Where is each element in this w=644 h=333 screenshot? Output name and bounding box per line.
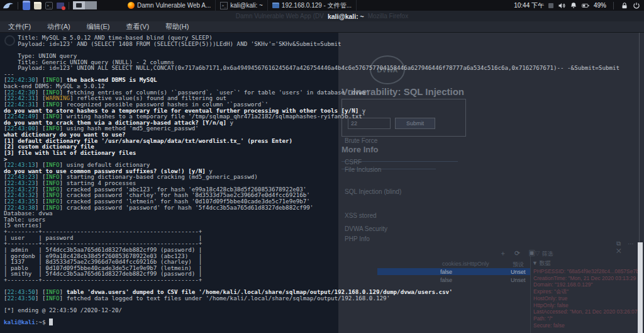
terminal-icon: >_ [220, 2, 228, 9]
volume-icon[interactable] [558, 2, 565, 9]
terminal-line [4, 313, 619, 320]
display-icon[interactable] [57, 3, 64, 9]
terminal-line [4, 47, 619, 53]
lock-icon[interactable] [621, 2, 628, 9]
terminal-icon[interactable]: >_ [45, 2, 53, 9]
workspace-pager [73, 1, 97, 9]
window-button-label: Damn Vulnerable Web A... [137, 2, 211, 9]
divider [613, 2, 614, 9]
folder-icon [272, 3, 279, 8]
terminal-titlebar[interactable]: Damn Vulnerable Web App (DV kali@kali: ~… [0, 11, 644, 21]
terminal-line: [1] default dictionary file '/usr/share/… [4, 138, 619, 144]
terminal-line: [*] ending @ 22:43:50 /2020-12-20/ [4, 307, 619, 313]
menu-item[interactable]: 查看(V) [118, 21, 157, 32]
terminal-line: Table: users [4, 217, 619, 223]
power-icon[interactable] [633, 2, 640, 9]
firefox-icon [128, 2, 135, 9]
window-icon[interactable] [23, 1, 30, 10]
notification-bell-icon[interactable] [570, 2, 577, 9]
taskbar-window-button[interactable]: 192.168.0.129 - 文件管... [268, 0, 357, 11]
battery-percent: 49% [594, 2, 606, 9]
system-tray: 10:44 下午 49% [514, 1, 644, 10]
background-window-title: Damn Vulnerable Web App (DV [236, 13, 324, 20]
taskbar-window-button[interactable]: >_kali@kali: ~ [216, 0, 268, 11]
taskbar: >_ Damn Vulnerable Web A...>_kali@kali: … [0, 0, 644, 11]
alert-badge [62, 6, 65, 10]
menu-item[interactable]: 动作(A) [39, 21, 79, 32]
window-thumbnail [76, 3, 82, 8]
terminal-line: Payload: id=123' AND (SELECT 1408 FROM (… [4, 41, 619, 47]
workspace-2[interactable] [85, 1, 97, 9]
terminal-menubar: 文件(F)动作(A)编辑(E)查看(V)帮助(H) [0, 21, 644, 33]
terminal-line: +---------+-----------------------------… [4, 277, 619, 283]
terminal-line: kali@kali:~$ [4, 319, 619, 325]
menu-item[interactable]: 编辑(E) [79, 21, 118, 32]
file-manager-icon[interactable] [34, 2, 42, 9]
menu-item[interactable]: 文件(F) [0, 21, 39, 32]
battery-icon[interactable] [582, 2, 589, 9]
terminal-viewport[interactable]: DVWA Vulnerability: SQL Injection 22 Sub… [0, 32, 644, 333]
scrollbar-thumb[interactable] [638, 242, 643, 333]
menu-item[interactable]: 帮助(H) [157, 21, 197, 32]
tray-indicator-icon [548, 3, 553, 8]
workspace-1[interactable] [73, 1, 85, 9]
taskbar-window-buttons: Damn Vulnerable Web A...>_kali@kali: ~19… [123, 0, 357, 11]
terminal-output[interactable]: Title: MySQL ≥ 5.0.12 AND time-based bli… [4, 35, 619, 325]
divider [69, 2, 69, 9]
clock[interactable]: 10:44 下午 [514, 1, 544, 10]
launcher-row: >_ [21, 1, 66, 10]
terminal-line: Database: dvwa [4, 210, 619, 217]
kali-menu-icon[interactable] [2, 1, 14, 10]
background-window-title: Mozilla Firefox [368, 13, 408, 20]
terminal-line: [22:43:50] [INFO] fetched data logged to… [4, 295, 619, 302]
window-button-label: 192.168.0.129 - 文件管... [282, 1, 352, 10]
divider [18, 2, 18, 9]
taskbar-window-button[interactable]: Damn Vulnerable Web A... [123, 0, 216, 11]
window-button-label: kali@kali: ~ [230, 2, 263, 9]
terminal-line: [3] file with list of dictionary files [4, 150, 619, 156]
window-title: kali@kali: ~ [328, 13, 364, 20]
terminal-line: [22:43:38] [INFO] cracked password 'pass… [4, 205, 619, 211]
terminal-line: Payload: id=123' UNION ALL SELECT NULL,C… [4, 65, 619, 71]
